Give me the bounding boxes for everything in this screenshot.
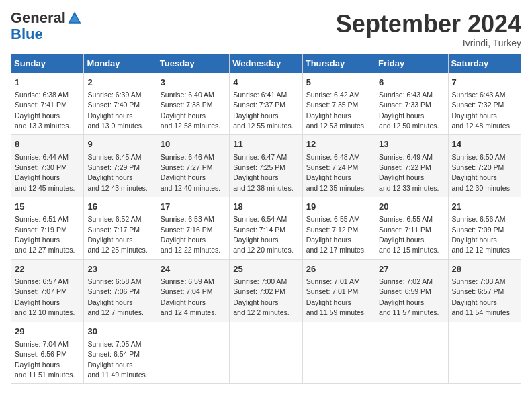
calendar-cell: 2Sunrise: 6:39 AMSunset: 7:40 PMDaylight… xyxy=(84,73,157,135)
day-number: 6 xyxy=(379,77,444,89)
calendar-cell: 16Sunrise: 6:52 AMSunset: 7:17 PMDayligh… xyxy=(84,197,157,260)
day-header-thursday: Thursday xyxy=(302,54,375,73)
day-info: Sunrise: 6:49 AMSunset: 7:22 PMDaylight … xyxy=(379,153,439,192)
day-info: Sunrise: 6:55 AMSunset: 7:11 PMDaylight … xyxy=(379,215,439,254)
day-header-friday: Friday xyxy=(375,54,448,73)
day-info: Sunrise: 6:43 AMSunset: 7:33 PMDaylight … xyxy=(379,91,439,130)
day-info: Sunrise: 6:43 AMSunset: 7:32 PMDaylight … xyxy=(452,91,512,130)
calendar-cell: 9Sunrise: 6:45 AMSunset: 7:29 PMDaylight… xyxy=(84,135,157,197)
day-number: 30 xyxy=(87,326,152,338)
calendar-cell xyxy=(230,322,302,384)
calendar-cell xyxy=(375,322,448,384)
calendar-cell: 1Sunrise: 6:38 AMSunset: 7:41 PMDaylight… xyxy=(11,73,84,135)
day-number: 5 xyxy=(306,77,371,89)
title-block: September 2024 Ivrindi, Turkey xyxy=(336,11,521,48)
day-info: Sunrise: 6:46 AMSunset: 7:27 PMDaylight … xyxy=(161,153,220,192)
day-number: 29 xyxy=(15,326,80,338)
day-number: 12 xyxy=(306,138,371,150)
day-info: Sunrise: 6:44 AMSunset: 7:30 PMDaylight … xyxy=(15,153,75,192)
day-number: 9 xyxy=(87,138,152,150)
day-header-saturday: Saturday xyxy=(448,54,521,73)
day-info: Sunrise: 6:51 AMSunset: 7:19 PMDaylight … xyxy=(15,215,75,254)
day-info: Sunrise: 6:42 AMSunset: 7:35 PMDaylight … xyxy=(306,91,366,130)
day-number: 26 xyxy=(306,263,371,275)
calendar-cell: 17Sunrise: 6:53 AMSunset: 7:16 PMDayligh… xyxy=(157,197,229,260)
calendar-cell: 8Sunrise: 6:44 AMSunset: 7:30 PMDaylight… xyxy=(11,135,84,197)
day-number: 24 xyxy=(161,263,226,275)
calendar-cell: 7Sunrise: 6:43 AMSunset: 7:32 PMDaylight… xyxy=(448,73,521,135)
calendar-cell: 22Sunrise: 6:57 AMSunset: 7:07 PMDayligh… xyxy=(11,259,84,322)
calendar-cell: 19Sunrise: 6:55 AMSunset: 7:12 PMDayligh… xyxy=(302,197,375,260)
day-number: 10 xyxy=(161,138,226,150)
day-header-monday: Monday xyxy=(84,54,157,73)
day-info: Sunrise: 6:47 AMSunset: 7:25 PMDaylight … xyxy=(233,153,293,192)
calendar-cell: 6Sunrise: 6:43 AMSunset: 7:33 PMDaylight… xyxy=(375,73,448,135)
day-number: 1 xyxy=(15,77,80,89)
day-number: 16 xyxy=(87,201,152,213)
day-number: 8 xyxy=(15,138,80,150)
day-info: Sunrise: 6:56 AMSunset: 7:09 PMDaylight … xyxy=(452,215,512,254)
day-number: 19 xyxy=(306,201,371,213)
day-info: Sunrise: 6:38 AMSunset: 7:41 PMDaylight … xyxy=(15,91,71,130)
day-info: Sunrise: 6:50 AMSunset: 7:20 PMDaylight … xyxy=(452,153,512,192)
day-number: 15 xyxy=(15,201,80,213)
day-number: 7 xyxy=(452,77,517,89)
day-info: Sunrise: 7:05 AMSunset: 6:54 PMDaylight … xyxy=(87,340,147,379)
day-info: Sunrise: 6:54 AMSunset: 7:14 PMDaylight … xyxy=(233,215,293,254)
calendar-cell: 15Sunrise: 6:51 AMSunset: 7:19 PMDayligh… xyxy=(11,197,84,260)
day-number: 11 xyxy=(233,138,298,150)
logo-blue: Blue xyxy=(11,26,43,43)
day-number: 20 xyxy=(379,201,444,213)
calendar-cell: 10Sunrise: 6:46 AMSunset: 7:27 PMDayligh… xyxy=(157,135,229,197)
calendar-cell: 4Sunrise: 6:41 AMSunset: 7:37 PMDaylight… xyxy=(230,73,302,135)
page-header: General Blue September 2024 Ivrindi, Tur… xyxy=(11,11,521,48)
calendar-cell: 26Sunrise: 7:01 AMSunset: 7:01 PMDayligh… xyxy=(302,259,375,322)
calendar-week-row: 22Sunrise: 6:57 AMSunset: 7:07 PMDayligh… xyxy=(11,259,521,322)
day-info: Sunrise: 6:52 AMSunset: 7:17 PMDaylight … xyxy=(87,215,147,254)
day-header-sunday: Sunday xyxy=(11,54,84,73)
calendar-week-row: 29Sunrise: 7:04 AMSunset: 6:56 PMDayligh… xyxy=(11,322,521,384)
day-number: 14 xyxy=(452,138,517,150)
day-info: Sunrise: 6:53 AMSunset: 7:16 PMDaylight … xyxy=(161,215,220,254)
day-info: Sunrise: 6:48 AMSunset: 7:24 PMDaylight … xyxy=(306,153,366,192)
day-info: Sunrise: 7:00 AMSunset: 7:02 PMDaylight … xyxy=(233,277,289,316)
calendar-header-row: SundayMondayTuesdayWednesdayThursdayFrid… xyxy=(11,54,521,73)
day-number: 22 xyxy=(15,263,80,275)
day-info: Sunrise: 7:03 AMSunset: 6:57 PMDaylight … xyxy=(452,277,512,316)
calendar-week-row: 1Sunrise: 6:38 AMSunset: 7:41 PMDaylight… xyxy=(11,73,521,135)
calendar-cell: 21Sunrise: 6:56 AMSunset: 7:09 PMDayligh… xyxy=(448,197,521,260)
calendar-cell: 27Sunrise: 7:02 AMSunset: 6:59 PMDayligh… xyxy=(375,259,448,322)
calendar-cell: 23Sunrise: 6:58 AMSunset: 7:06 PMDayligh… xyxy=(84,259,157,322)
calendar-cell: 29Sunrise: 7:04 AMSunset: 6:56 PMDayligh… xyxy=(11,322,84,384)
calendar-week-row: 15Sunrise: 6:51 AMSunset: 7:19 PMDayligh… xyxy=(11,197,521,260)
calendar-cell: 13Sunrise: 6:49 AMSunset: 7:22 PMDayligh… xyxy=(375,135,448,197)
logo-icon xyxy=(67,11,82,26)
calendar-cell: 5Sunrise: 6:42 AMSunset: 7:35 PMDaylight… xyxy=(302,73,375,135)
day-number: 2 xyxy=(87,77,152,89)
calendar-cell: 25Sunrise: 7:00 AMSunset: 7:02 PMDayligh… xyxy=(230,259,302,322)
calendar-cell: 28Sunrise: 7:03 AMSunset: 6:57 PMDayligh… xyxy=(448,259,521,322)
day-number: 17 xyxy=(161,201,226,213)
day-header-wednesday: Wednesday xyxy=(230,54,302,73)
calendar-cell: 14Sunrise: 6:50 AMSunset: 7:20 PMDayligh… xyxy=(448,135,521,197)
day-number: 27 xyxy=(379,263,444,275)
calendar-cell: 12Sunrise: 6:48 AMSunset: 7:24 PMDayligh… xyxy=(302,135,375,197)
day-info: Sunrise: 6:41 AMSunset: 7:37 PMDaylight … xyxy=(233,91,293,130)
calendar-cell xyxy=(157,322,229,384)
day-header-tuesday: Tuesday xyxy=(157,54,229,73)
day-info: Sunrise: 6:45 AMSunset: 7:29 PMDaylight … xyxy=(87,153,147,192)
logo-general: General xyxy=(11,11,66,26)
calendar-cell: 11Sunrise: 6:47 AMSunset: 7:25 PMDayligh… xyxy=(230,135,302,197)
day-number: 13 xyxy=(379,138,444,150)
calendar-cell: 20Sunrise: 6:55 AMSunset: 7:11 PMDayligh… xyxy=(375,197,448,260)
day-info: Sunrise: 6:58 AMSunset: 7:06 PMDaylight … xyxy=(87,277,143,316)
calendar-table: SundayMondayTuesdayWednesdayThursdayFrid… xyxy=(11,54,521,385)
calendar-cell: 30Sunrise: 7:05 AMSunset: 6:54 PMDayligh… xyxy=(84,322,157,384)
calendar-cell: 24Sunrise: 6:59 AMSunset: 7:04 PMDayligh… xyxy=(157,259,229,322)
day-info: Sunrise: 7:04 AMSunset: 6:56 PMDaylight … xyxy=(15,340,75,379)
day-number: 3 xyxy=(161,77,226,89)
calendar-cell xyxy=(448,322,521,384)
logo: General Blue xyxy=(11,11,82,43)
calendar-cell: 3Sunrise: 6:40 AMSunset: 7:38 PMDaylight… xyxy=(157,73,229,135)
day-info: Sunrise: 6:59 AMSunset: 7:04 PMDaylight … xyxy=(161,277,216,316)
